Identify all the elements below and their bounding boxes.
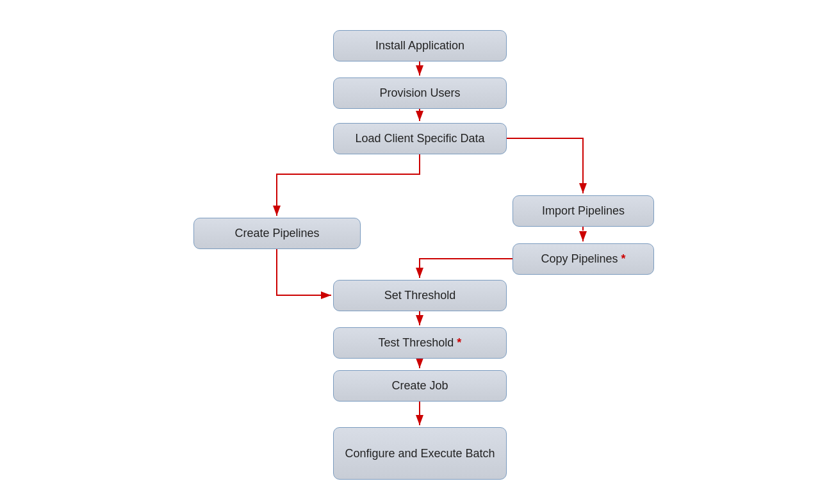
config-batch-label: Configure and Execute Batch [345, 447, 495, 460]
set-threshold-node: Set Threshold [333, 280, 507, 311]
provision-node: Provision Users [333, 77, 507, 109]
create-job-label: Create Job [391, 379, 448, 393]
load-client-label: Load Client Specific Data [355, 132, 484, 145]
test-threshold-node: Test Threshold * [333, 327, 507, 359]
config-batch-node: Configure and Execute Batch [333, 427, 507, 480]
create-job-node: Create Job [333, 370, 507, 402]
import-pipelines-node: Import Pipelines [512, 195, 654, 227]
copy-pipelines-node: Copy Pipelines * [512, 243, 654, 275]
set-threshold-label: Set Threshold [384, 289, 456, 302]
load-client-node: Load Client Specific Data [333, 123, 507, 154]
provision-label: Provision Users [379, 86, 460, 100]
test-threshold-label: Test Threshold [379, 336, 454, 350]
diagram-container: Install Application Provision Users Load… [0, 0, 820, 504]
copy-pipelines-asterisk: * [621, 252, 626, 266]
copy-pipelines-label: Copy Pipelines [541, 252, 618, 266]
install-label: Install Application [375, 39, 464, 53]
import-pipelines-label: Import Pipelines [542, 204, 625, 218]
test-threshold-asterisk: * [457, 336, 461, 350]
install-node: Install Application [333, 30, 507, 61]
create-pipelines-node: Create Pipelines [193, 218, 361, 249]
create-pipelines-label: Create Pipelines [234, 227, 319, 240]
